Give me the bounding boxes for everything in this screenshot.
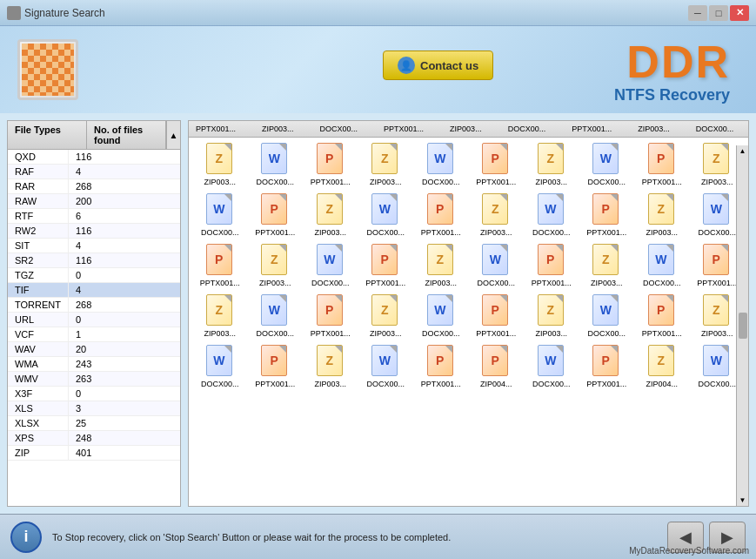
file-types-list[interactable]: QXD116RAF4RAR268RAW200RTF6RW2116SIT4SR21…: [8, 150, 180, 506]
list-item[interactable]: W DOCX00...: [360, 345, 412, 388]
list-item[interactable]: Z ZIP003...: [636, 193, 688, 237]
list-item[interactable]: RAF4: [8, 165, 180, 179]
list-item[interactable]: P PPTX001...: [304, 143, 357, 186]
list-item[interactable]: TIF4: [8, 283, 180, 298]
close-button[interactable]: ✕: [730, 5, 749, 21]
file-name: ZIP003...: [701, 329, 733, 338]
list-item[interactable]: RW2116: [8, 224, 180, 239]
list-item[interactable]: Z ZIP003...: [304, 193, 357, 237]
file-count-cell: 20: [69, 342, 180, 356]
grid-scrollbar[interactable]: ▲ ▼: [736, 145, 748, 506]
list-item[interactable]: P PPTX001...: [471, 294, 523, 338]
list-item[interactable]: W DOCX00...: [250, 294, 302, 338]
file-grid-scroll[interactable]: Z ZIP003... W DOCX00... P PPTX001... Z Z…: [189, 138, 748, 498]
list-item[interactable]: W DOCX00...: [360, 193, 412, 237]
list-item[interactable]: TGZ0: [8, 268, 180, 283]
list-item[interactable]: W DOCX00...: [636, 244, 688, 287]
ddr-logo: DDR NTFS Recovery: [614, 39, 730, 104]
file-icon: Z: [538, 143, 565, 176]
list-item[interactable]: Z ZIP003...: [360, 143, 412, 186]
list-item[interactable]: P PPTX001...: [471, 143, 523, 186]
maximize-button[interactable]: □: [709, 5, 728, 21]
list-item[interactable]: Z ZIP003...: [471, 193, 523, 237]
list-item[interactable]: URL0: [8, 313, 180, 327]
file-icon: P: [482, 143, 510, 176]
file-name: PPTX001...: [697, 279, 737, 287]
list-item[interactable]: SR2116: [8, 253, 180, 268]
list-item[interactable]: P PPTX001...: [525, 244, 578, 287]
list-item[interactable]: RAW200: [8, 194, 180, 209]
file-name: ZIP003...: [204, 329, 236, 338]
contact-button[interactable]: 👤 Contact us: [383, 51, 493, 80]
file-icon: W: [538, 193, 565, 226]
list-item[interactable]: Z ZIP003...: [250, 244, 302, 287]
scroll-up-arrow[interactable]: ▲: [166, 121, 180, 149]
list-item[interactable]: WMV263: [8, 372, 180, 387]
list-item[interactable]: P PPTX001...: [304, 294, 357, 338]
list-item[interactable]: VCF1: [8, 327, 180, 342]
list-item[interactable]: W DOCX00...: [415, 294, 467, 338]
list-item[interactable]: XLS3: [8, 401, 180, 416]
list-item[interactable]: P ZIP004...: [471, 345, 523, 388]
minimize-button[interactable]: ─: [688, 5, 707, 21]
file-type-cell: XLS: [8, 401, 69, 415]
list-item[interactable]: W DOCX00...: [194, 193, 246, 237]
icon-letter: Z: [271, 253, 278, 266]
list-item[interactable]: W DOCX00...: [304, 244, 357, 287]
list-item[interactable]: Z ZIP003...: [525, 294, 578, 338]
list-item[interactable]: Z ZIP003...: [194, 294, 246, 338]
list-item[interactable]: W DOCX00...: [581, 294, 633, 338]
list-item[interactable]: Z ZIP003...: [525, 143, 578, 186]
file-icon: W: [592, 143, 620, 176]
list-item[interactable]: SIT4: [8, 239, 180, 253]
list-item[interactable]: P PPTX001...: [636, 143, 688, 186]
file-name: ZIP003...: [314, 380, 346, 388]
list-item[interactable]: W DOCX00...: [250, 143, 302, 186]
file-icon: Z: [538, 294, 565, 327]
file-icon: P: [317, 143, 345, 176]
list-item[interactable]: Z ZIP003...: [194, 143, 246, 186]
list-item[interactable]: ZIP401: [8, 446, 180, 461]
file-name: ZIP003...: [370, 178, 402, 186]
list-item[interactable]: P PPTX001...: [250, 345, 302, 388]
list-item[interactable]: XPS248: [8, 431, 180, 446]
file-type-cell: SR2: [8, 253, 69, 267]
file-icon: W: [592, 294, 620, 327]
list-item[interactable]: W DOCX00...: [415, 143, 467, 186]
list-item[interactable]: P PPTX001...: [194, 244, 246, 287]
file-icon: Z: [317, 345, 345, 378]
list-item[interactable]: P PPTX001...: [581, 345, 633, 388]
list-item[interactable]: P PPTX001...: [636, 294, 688, 338]
list-item[interactable]: WAV20: [8, 342, 180, 357]
file-name: ZIP003...: [480, 228, 512, 237]
grid-header-item: DOCX00...: [508, 125, 546, 133]
list-item[interactable]: W DOCX00...: [525, 345, 578, 388]
list-item[interactable]: P PPTX001...: [581, 193, 633, 237]
list-item[interactable]: Z ZIP004...: [636, 345, 688, 388]
list-item[interactable]: Z ZIP003...: [304, 345, 357, 388]
list-item[interactable]: P PPTX001...: [415, 345, 467, 388]
icon-letter: W: [655, 253, 666, 266]
list-item[interactable]: P PPTX001...: [360, 244, 412, 287]
list-item[interactable]: Z ZIP003...: [415, 244, 467, 287]
list-item[interactable]: TORRENT268: [8, 298, 180, 313]
file-icon: W: [703, 345, 731, 378]
list-item[interactable]: P PPTX001...: [250, 193, 302, 237]
title-bar-left: Signature Search: [7, 6, 105, 20]
file-count-cell: 25: [69, 416, 180, 430]
list-item[interactable]: W DOCX00...: [471, 244, 523, 287]
list-item[interactable]: RTF6: [8, 209, 180, 224]
list-item[interactable]: X3F0: [8, 387, 180, 401]
list-item[interactable]: WMA243: [8, 357, 180, 372]
list-item[interactable]: XLSX25: [8, 416, 180, 431]
main-content: File Types No. of files found ▲ QXD116RA…: [0, 113, 756, 514]
list-item[interactable]: W DOCX00...: [194, 345, 246, 388]
list-item[interactable]: RAR268: [8, 179, 180, 194]
list-item[interactable]: Z ZIP003...: [581, 244, 633, 287]
list-item[interactable]: Z ZIP003...: [360, 294, 412, 338]
file-icon: P: [592, 193, 620, 226]
list-item[interactable]: W DOCX00...: [525, 193, 578, 237]
list-item[interactable]: P PPTX001...: [415, 193, 467, 237]
list-item[interactable]: QXD116: [8, 150, 180, 165]
list-item[interactable]: W DOCX00...: [581, 143, 633, 186]
